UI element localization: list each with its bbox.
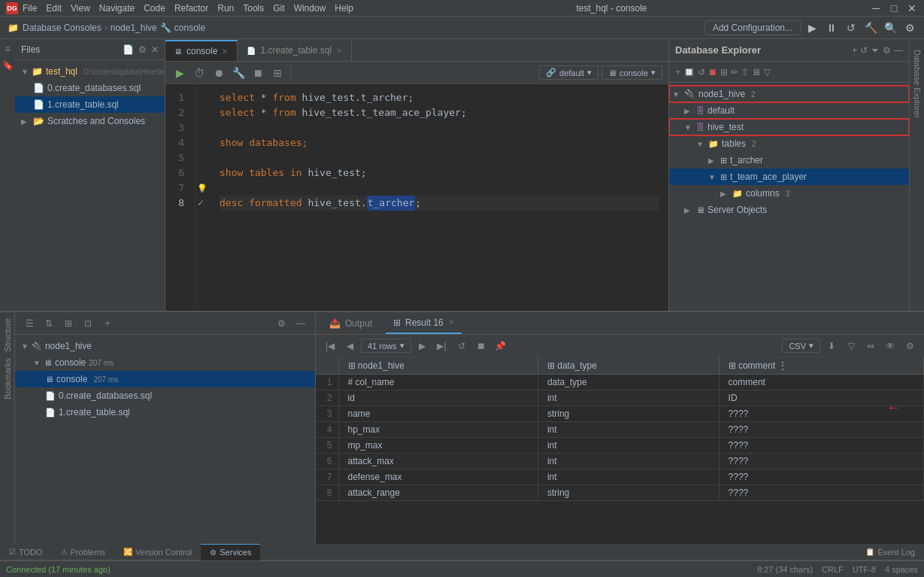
search-icon[interactable]: 🔍 [882,20,898,36]
download-icon[interactable]: ⬇ [823,338,840,354]
service-item-node1-hive[interactable]: ▼ 🔌 node1_hive [15,338,315,354]
tab-console-close[interactable]: ✕ [222,47,228,56]
structure-side-tab[interactable]: Structure [2,315,14,355]
export-csv-button[interactable]: CSV ▾ [782,339,820,353]
data-type-header[interactable]: ⊞ data_type [538,357,719,375]
services-grid-icon[interactable]: ⊞ [60,315,77,332]
next-page-icon[interactable]: ▶ [414,338,431,354]
table-icon[interactable]: ⊞ [269,65,286,81]
db-toolbar-jump[interactable]: ⇧ [741,67,749,77]
cancel-icon[interactable]: ⏺ [211,65,227,81]
db-toolbar-add[interactable]: + [675,67,680,77]
build-icon[interactable]: 🔨 [862,20,879,36]
menu-window[interactable]: Window [294,3,326,14]
breadcrumb-database-consoles[interactable]: Database Consoles [23,23,101,33]
db-filter-icon[interactable]: ⏷ [871,45,880,56]
tree-item-scratches[interactable]: ▶ 📂 Scratches and Consoles [15,113,165,129]
bookmarks-icon[interactable]: 🔖 [1,59,14,72]
window-controls[interactable]: ─ □ ✕ [870,2,918,14]
refresh-icon[interactable]: ↺ [453,338,470,354]
tab-event-log[interactable]: 📋 Event Log [856,544,924,560]
project-icon[interactable]: 📁 [6,21,20,35]
menu-code[interactable]: Code [144,3,165,14]
file-tree-new-icon[interactable]: 📄 [123,44,134,55]
history-icon[interactable]: ⏱ [191,65,208,81]
menu-git[interactable]: Git [273,3,284,14]
file-tree-close-icon[interactable]: ✕ [151,44,159,55]
result-settings-icon[interactable]: ⚙ [901,338,918,354]
result-tab-close[interactable]: ✕ [448,318,454,326]
tab-todo[interactable]: ☑ TODO [0,544,52,560]
line-ending[interactable]: CRLF [822,565,844,574]
tree-item-test-hql[interactable]: ▼ 📁 test_hql D:\coder\bigdata\Hive\test_… [15,63,165,80]
col-name-header[interactable]: ⊞ node1_hive [338,357,538,375]
bulb-icon[interactable]: 💡 [197,181,209,196]
menu-navigate[interactable]: Navigate [99,3,135,14]
db-toolbar-table[interactable]: ⊞ [720,67,728,77]
connection-selector[interactable]: 🔗 default ▾ [539,65,598,80]
services-close-icon[interactable]: — [292,315,309,332]
menu-refactor[interactable]: Refactor [174,3,208,14]
prev-page-icon[interactable]: ◀ [341,338,358,354]
db-item-t-archer[interactable]: ▶ ⊞ t_archer [669,152,909,169]
breadcrumb-console[interactable]: console [174,23,205,33]
db-item-columns[interactable]: ▶ 📁 columns 3 [669,185,909,202]
run-icon[interactable]: ▶ [804,20,820,36]
db-toolbar-console[interactable]: 🖥 [752,67,761,77]
console-selector[interactable]: 🖥 console ▾ [601,65,662,80]
menu-view[interactable]: View [71,3,90,14]
tab-create-table-close[interactable]: ✕ [336,47,342,55]
services-settings-icon[interactable]: ⚙ [273,315,289,332]
columns-icon[interactable]: ⇔ [862,338,879,354]
stop-icon[interactable]: ⏹ [250,65,266,81]
db-item-server-objects[interactable]: ▶ 🖥 Server Objects [669,202,909,218]
db-settings-icon[interactable]: ⚙ [883,45,891,56]
tab-console[interactable]: 🖥 console ✕ [165,40,238,61]
tab-version-control[interactable]: 🔀 Version Control [114,544,201,560]
db-close-icon[interactable]: — [894,45,903,56]
db-item-node1-hive[interactable]: ▼ 🔌 node1_hive 2 [669,86,909,102]
db-toolbar-filter[interactable]: ▽ [764,67,771,77]
minimize-button[interactable]: ─ [870,2,882,14]
wrench-icon[interactable]: 🔧 [230,65,247,81]
service-item-console[interactable]: 🖥 console 207 ms [15,371,315,387]
db-refresh-icon[interactable]: ↺ [860,45,868,56]
settings-icon[interactable]: ⚙ [901,20,918,36]
menu-tools[interactable]: Tools [243,3,264,14]
db-item-t-team-ace-player[interactable]: ▼ ⊞ t_team_ace_player [669,169,909,185]
service-item-create-dbs[interactable]: 📄 0.create_databases.sql [15,387,315,404]
menu-file[interactable]: File [23,3,37,14]
stop-loading-icon[interactable]: ⏹ [473,338,489,354]
stop-icon[interactable]: ⏸ [823,20,840,36]
close-button[interactable]: ✕ [906,2,918,14]
code-editor[interactable]: select * from hive_test.t_archer; select… [211,84,668,311]
tab-result-16[interactable]: ⊞ Result 16 ✕ [386,313,462,334]
db-toolbar-delete[interactable]: ⏹ [708,67,717,77]
service-item-console-group[interactable]: ▼ 🖥 console 207 ms [15,354,315,371]
services-add-icon[interactable]: + [99,315,116,332]
visibility-icon[interactable]: 👁 [882,338,898,354]
services-list-icon[interactable]: ☰ [21,315,38,332]
db-toolbar-pencil[interactable]: ✏ [731,67,738,77]
bookmarks-side-tab[interactable]: Bookmarks [2,355,14,402]
filter-icon[interactable]: ▽ [843,338,859,354]
db-add-icon[interactable]: + [852,45,857,56]
db-toolbar-edit[interactable]: ↺ [698,67,705,77]
run-query-icon[interactable]: ▶ [171,65,188,81]
db-toolbar-refresh[interactable]: 🔲 [683,67,695,77]
db-item-hive-test[interactable]: ▼ 🗄 hive_test [669,119,909,135]
comment-menu-icon[interactable]: ⋮ [778,360,787,371]
first-page-icon[interactable]: |◀ [322,338,338,354]
menu-run[interactable]: Run [217,3,234,14]
tree-item-create-databases[interactable]: 📄 0.create_databases.sql [15,80,165,96]
comment-header[interactable]: ⊞ comment ⋮ [719,357,923,375]
tab-output[interactable]: 📤 Output [322,313,380,334]
pin-icon[interactable]: 📌 [492,338,509,354]
breadcrumb-node1-hive[interactable]: node1_hive [111,23,157,33]
service-item-create-table[interactable]: 📄 1.create_table.sql [15,404,315,421]
services-grid2-icon[interactable]: ⊡ [80,315,96,332]
rows-per-page[interactable]: 41 rows ▾ [361,339,411,353]
file-tree-settings-icon[interactable]: ⚙ [138,44,147,55]
tree-item-create-table[interactable]: 📄 1.create_table.sql [15,96,165,113]
encoding[interactable]: UTF-8 [853,565,876,574]
